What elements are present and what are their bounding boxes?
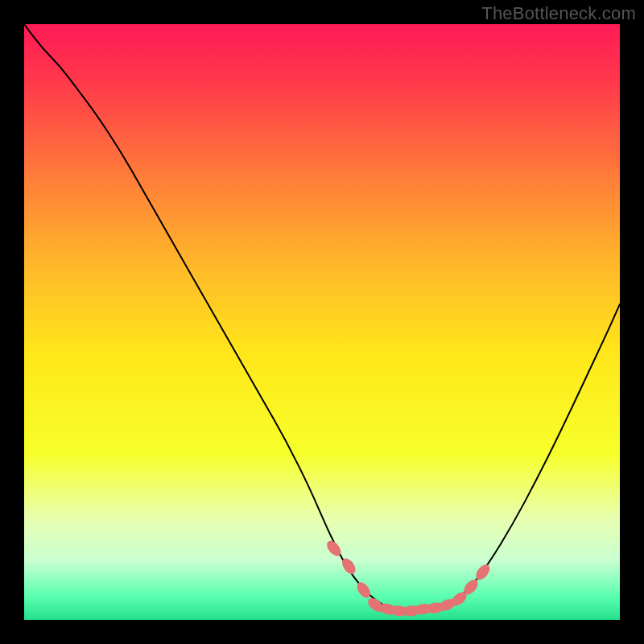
plot-area [24, 24, 620, 620]
chart-background [24, 24, 620, 620]
watermark-text: TheBottleneck.com [481, 3, 636, 24]
chart-container: TheBottleneck.com [0, 0, 644, 644]
chart-svg [24, 24, 620, 620]
